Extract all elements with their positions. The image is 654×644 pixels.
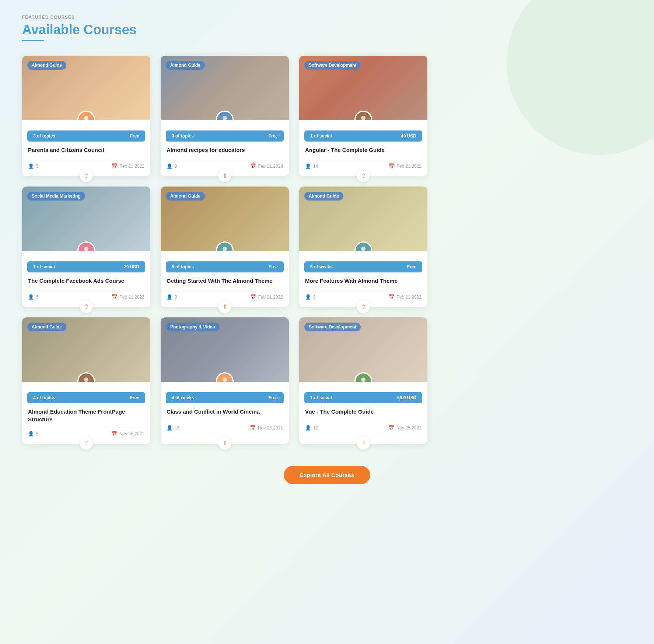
category-badge: Almond Guide: [304, 192, 343, 201]
arrow-up-button[interactable]: ⇧: [218, 169, 231, 182]
course-title: Parents and Citizens Council: [22, 142, 150, 159]
price-label: 49 USD: [401, 133, 416, 139]
card-meta-bar: 1 of social 49 USD: [304, 130, 422, 142]
arrow-up-button[interactable]: ⇧: [218, 436, 231, 450]
course-card[interactable]: Software Development 1 of social 49 USD …: [299, 56, 427, 176]
courses-grid: Almond Guide 3 of topics Free Parents an…: [22, 56, 427, 444]
students-info: 👤 9: [305, 294, 316, 300]
card-image: Social Media Marketing: [22, 187, 150, 251]
card-image: Almond Guide: [161, 56, 289, 120]
avatar-inner: [217, 243, 232, 251]
students-info: 👤 14: [305, 163, 318, 169]
arrow-up-button[interactable]: ⇧: [80, 300, 93, 313]
course-date: Feb 21,2022: [397, 295, 422, 300]
course-date: Nov 25,2021: [396, 425, 422, 431]
title-underline: [22, 40, 44, 41]
price-label: Free: [269, 395, 278, 400]
course-card[interactable]: Almond Guide 3 of topics Free Parents an…: [22, 56, 150, 176]
price-label: Free: [407, 264, 416, 269]
svg-point-6: [84, 247, 88, 251]
course-card[interactable]: Software Development 1 of social 59.9 US…: [299, 317, 427, 444]
course-card[interactable]: Almond Guide 5 of weeks Free More Featur…: [299, 187, 427, 307]
arrow-up-button[interactable]: ⇧: [357, 436, 370, 450]
category-badge: Software Development: [304, 61, 361, 70]
course-card[interactable]: Photography & Video 4 of weeks Free Clas…: [161, 317, 289, 444]
svg-point-2: [223, 116, 227, 120]
price-label: Free: [130, 395, 139, 400]
students-icon: 👤: [28, 294, 34, 300]
card-meta-bar: 5 of topics Free: [166, 261, 284, 272]
topics-label: 3 of topics: [33, 133, 55, 139]
svg-point-4: [361, 116, 366, 120]
calendar-icon: 📅: [389, 294, 395, 300]
course-card[interactable]: Almond Guide 5 of topics Free Getting St…: [161, 187, 289, 307]
arrow-up-button[interactable]: ⇧: [357, 169, 370, 182]
date-info: 📅 Nov 26,2021: [250, 425, 283, 431]
avatar-inner: [217, 112, 232, 120]
card-image: Almond Guide: [22, 317, 150, 382]
students-icon: 👤: [28, 163, 34, 169]
card-image: Almond Guide: [22, 56, 150, 120]
topics-label: 1 of social: [310, 133, 332, 139]
course-date: Feb 21,2022: [120, 164, 144, 169]
date-info: 📅 Feb 21,2022: [112, 163, 144, 169]
calendar-icon: 📅: [388, 425, 394, 431]
explore-btn-wrap: Explore All Courses: [22, 466, 632, 484]
card-image: Software Development: [299, 317, 427, 382]
topics-label: 3 of topics: [172, 133, 194, 139]
students-icon: 👤: [305, 294, 311, 300]
section-header: FEATURED COURSES Available Courses: [22, 15, 632, 41]
course-title: The Complete Facebook Ads Course: [22, 272, 150, 289]
arrow-up-button[interactable]: ⇧: [357, 300, 370, 313]
page-content: FEATURED COURSES Available Courses Almon…: [22, 15, 632, 484]
course-card[interactable]: Almond Guide 4 of topics Free Almond Edu…: [22, 317, 150, 444]
explore-all-button[interactable]: Explore All Courses: [284, 466, 371, 484]
svg-point-14: [223, 377, 227, 382]
topics-label: 4 of topics: [33, 395, 55, 400]
card-meta-bar: 1 of social 29 USD: [27, 261, 145, 272]
arrow-up-button[interactable]: ⇧: [218, 300, 231, 313]
svg-point-12: [84, 377, 88, 382]
students-count: 9: [175, 164, 177, 169]
course-title: Class and Conflict in World Cinema: [161, 403, 289, 420]
students-info: 👤 15: [167, 425, 179, 431]
course-date: Nov 26,2021: [119, 431, 144, 436]
date-info: 📅 Feb 21,2022: [250, 294, 283, 300]
card-meta-bar: 3 of topics Free: [27, 130, 145, 142]
date-info: 📅 Nov 25,2021: [388, 425, 422, 431]
date-info: 📅 Nov 26,2021: [111, 431, 144, 436]
students-count: 9: [313, 295, 316, 300]
arrow-up-button[interactable]: ⇧: [80, 436, 93, 450]
calendar-icon: 📅: [112, 294, 118, 300]
price-label: Free: [269, 264, 278, 269]
students-info: 👤 12: [305, 425, 318, 431]
course-card[interactable]: Almond Guide 3 of topics Free Almond rec…: [161, 56, 289, 176]
students-icon: 👤: [28, 431, 34, 436]
card-meta-bar: 1 of social 59.9 USD: [304, 392, 422, 403]
category-badge: Software Development: [304, 323, 361, 331]
category-badge: Almond Guide: [166, 192, 205, 201]
students-count: 14: [313, 164, 318, 169]
course-card[interactable]: Social Media Marketing 1 of social 29 US…: [22, 187, 150, 307]
card-meta-bar: 3 of topics Free: [166, 130, 284, 142]
featured-label: FEATURED COURSES: [22, 15, 632, 20]
calendar-icon: 📅: [111, 431, 117, 436]
course-date: Feb 21,2022: [258, 295, 283, 300]
card-footer: 👤 15 📅 Nov 26,2021: [161, 422, 289, 432]
students-count: 5: [36, 295, 39, 300]
card-image: Photography & Video: [161, 317, 289, 382]
course-date: Feb 21,2022: [397, 164, 422, 169]
topics-label: 5 of weeks: [310, 264, 333, 269]
course-title: Vue - The Complete Guide: [299, 403, 427, 420]
price-label: 59.9 USD: [397, 395, 416, 400]
card-meta-bar: 4 of topics Free: [27, 392, 145, 403]
arrow-up-button[interactable]: ⇧: [80, 169, 93, 182]
category-badge: Almond Guide: [27, 61, 66, 70]
course-title: Almond Education Theme FrontPage Structu…: [22, 403, 150, 426]
card-image: Software Development: [299, 56, 427, 120]
date-info: 📅 Feb 21,2022: [112, 294, 144, 300]
course-date: Feb 21,2022: [258, 164, 283, 169]
topics-label: 5 of topics: [172, 264, 194, 269]
topics-label: 1 of social: [310, 395, 332, 400]
avatar-inner: [356, 243, 371, 251]
